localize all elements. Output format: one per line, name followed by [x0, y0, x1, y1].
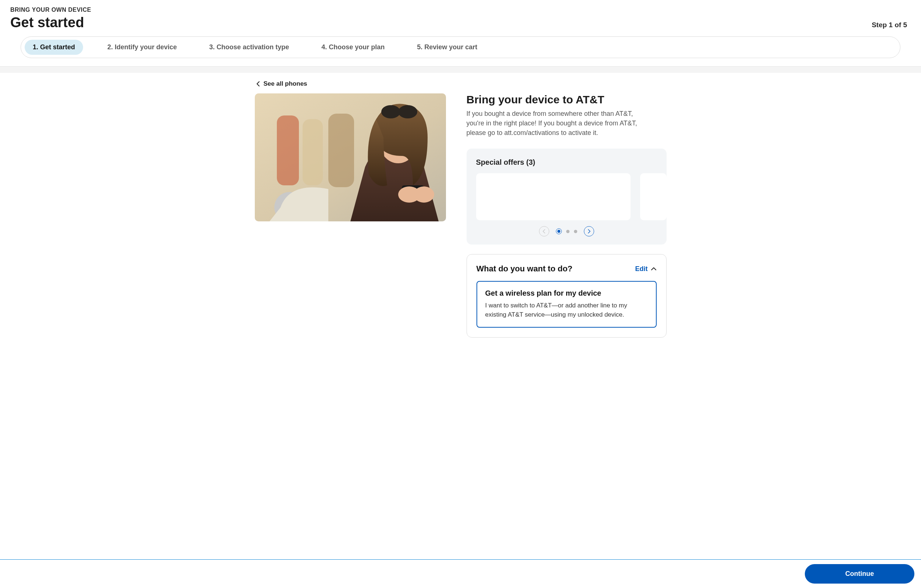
offers-prev-button[interactable]: [539, 226, 549, 236]
offers-next-button[interactable]: [584, 226, 594, 236]
chevron-left-icon: [256, 81, 261, 87]
step-review-cart[interactable]: 5. Review your cart: [409, 40, 485, 55]
divider: [0, 66, 921, 73]
special-offers-card: Special offers (3): [467, 148, 667, 244]
step-get-started[interactable]: 1. Get started: [24, 40, 83, 55]
edit-label: Edit: [635, 265, 648, 273]
svg-rect-2: [303, 119, 323, 185]
step-choose-plan[interactable]: 4. Choose your plan: [313, 40, 393, 55]
chevron-right-icon: [587, 229, 591, 233]
hero-image: [255, 93, 446, 222]
offer-slot[interactable]: [476, 173, 631, 220]
option-get-wireless-plan[interactable]: Get a wireless plan for my device I want…: [477, 281, 657, 327]
continue-button[interactable]: Continue: [805, 564, 914, 583]
step-identify-device[interactable]: 2. Identify your device: [99, 40, 185, 55]
question-card: What do you want to do? Edit Get a wirel…: [467, 254, 667, 337]
option-description: I want to switch to AT&T—or add another …: [485, 301, 648, 319]
pagination-dot[interactable]: [574, 230, 577, 233]
pagination-dot[interactable]: [566, 230, 570, 233]
svg-point-11: [413, 186, 434, 203]
step-activation-type[interactable]: 3. Choose activation type: [201, 40, 297, 55]
svg-point-7: [381, 105, 400, 119]
pagination-dot[interactable]: [556, 228, 562, 234]
edit-toggle[interactable]: Edit: [635, 265, 657, 273]
svg-rect-1: [277, 116, 299, 185]
footer-bar: Continue: [0, 559, 921, 588]
chevron-up-icon: [651, 267, 657, 271]
svg-point-8: [398, 105, 417, 119]
eyebrow: BRING YOUR OWN DEVICE: [10, 7, 911, 13]
option-title: Get a wireless plan for my device: [485, 289, 648, 298]
offers-pagination-dots: [556, 228, 577, 234]
stepper: 1. Get started 2. Identify your device 3…: [21, 36, 900, 58]
question-title: What do you want to do?: [477, 264, 573, 274]
page-title: Get started: [10, 15, 84, 31]
svg-rect-3: [328, 114, 354, 187]
section-description: If you bought a device from somewhere ot…: [467, 109, 643, 137]
chevron-left-icon: [542, 229, 546, 233]
back-link-label: See all phones: [264, 80, 308, 88]
section-title: Bring your device to AT&T: [467, 93, 667, 106]
offer-slot[interactable]: [640, 173, 667, 220]
special-offers-title: Special offers (3): [476, 158, 657, 166]
back-link-see-all-phones[interactable]: See all phones: [255, 79, 308, 93]
step-indicator: Step 1 of 5: [872, 21, 911, 29]
